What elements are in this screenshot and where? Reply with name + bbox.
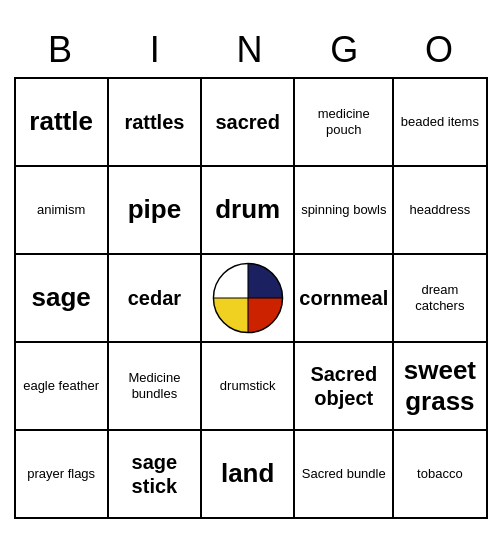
medicine-wheel-icon [212, 262, 284, 334]
bingo-cell: rattle [16, 79, 109, 167]
header-letter: B [14, 25, 109, 75]
bingo-cell: drum [202, 167, 295, 255]
bingo-cell: Sacred bundle [295, 431, 394, 519]
bingo-cell: prayer flags [16, 431, 109, 519]
bingo-cell: sweet grass [394, 343, 487, 431]
bingo-cell: drumstick [202, 343, 295, 431]
bingo-cell: land [202, 431, 295, 519]
bingo-cell: tobacco [394, 431, 487, 519]
bingo-header: BINGO [14, 25, 488, 75]
header-letter: G [298, 25, 393, 75]
bingo-cell: rattles [109, 79, 202, 167]
bingo-cell [202, 255, 295, 343]
header-letter: O [393, 25, 488, 75]
bingo-cell: beaded items [394, 79, 487, 167]
bingo-cell: Medicine bundles [109, 343, 202, 431]
bingo-cell: Sacred object [295, 343, 394, 431]
bingo-cell: sage stick [109, 431, 202, 519]
bingo-cell: sage [16, 255, 109, 343]
header-letter: I [108, 25, 203, 75]
bingo-cell: cedar [109, 255, 202, 343]
bingo-cell: sacred [202, 79, 295, 167]
bingo-cell: pipe [109, 167, 202, 255]
bingo-cell: eagle feather [16, 343, 109, 431]
bingo-cell: medicine pouch [295, 79, 394, 167]
header-letter: N [203, 25, 298, 75]
bingo-card: BINGO rattlerattlessacredmedicine pouchb… [6, 17, 496, 527]
bingo-cell: headdress [394, 167, 487, 255]
bingo-cell: animism [16, 167, 109, 255]
bingo-cell: dream catchers [394, 255, 487, 343]
bingo-grid: rattlerattlessacredmedicine pouchbeaded … [14, 77, 488, 519]
bingo-cell: cornmeal [295, 255, 394, 343]
bingo-cell: spinning bowls [295, 167, 394, 255]
